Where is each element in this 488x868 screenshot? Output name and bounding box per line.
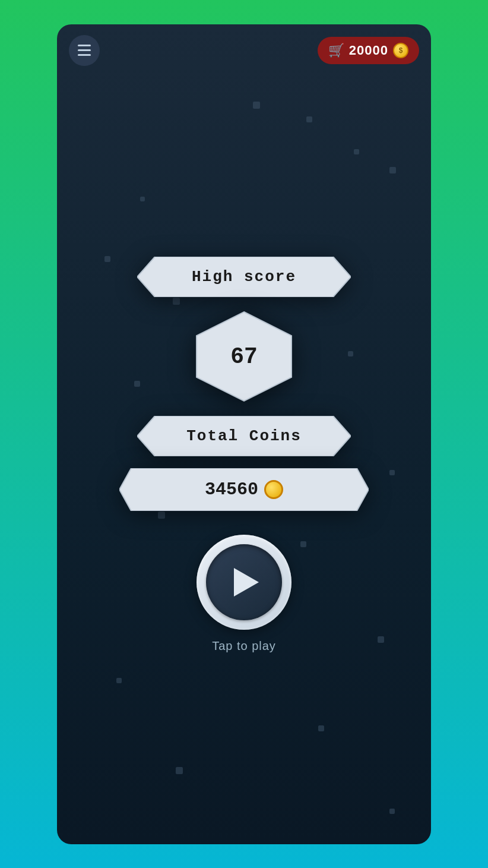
header: 🛒 20000 $	[57, 24, 431, 66]
tap-to-play-label: Tap to play	[212, 639, 276, 653]
total-coins-label-shape: Total Coins	[137, 416, 351, 456]
coins-number: 34560	[205, 479, 258, 500]
cart-icon: 🛒	[328, 43, 344, 58]
shop-amount: 20000	[349, 43, 388, 58]
total-coins-label: Total Coins	[186, 427, 302, 445]
play-triangle-icon	[234, 568, 259, 596]
play-button-inner	[206, 544, 282, 620]
coins-value-display: 34560	[205, 479, 283, 500]
high-score-label-shape: High score	[137, 257, 351, 297]
coin-icon-large	[264, 480, 283, 499]
play-section: Tap to play	[197, 535, 291, 653]
shop-button[interactable]: 🛒 20000 $	[318, 37, 419, 64]
coins-value-shape: 34560	[119, 468, 369, 511]
high-score-value-shape: 67	[191, 309, 297, 404]
high-score-value: 67	[230, 344, 258, 370]
menu-button[interactable]	[69, 35, 100, 66]
phone-frame: 🛒 20000 $ High score 67	[57, 24, 431, 844]
hamburger-icon	[78, 45, 91, 56]
play-button[interactable]	[197, 535, 291, 630]
main-content: High score 67 Total Coins 345	[57, 66, 431, 844]
high-score-label: High score	[192, 268, 296, 286]
coin-icon: $	[393, 43, 408, 58]
